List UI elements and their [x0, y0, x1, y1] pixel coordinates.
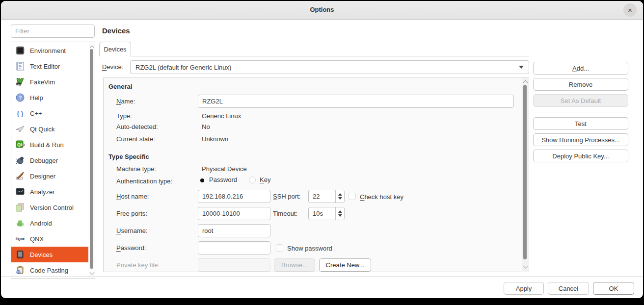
- chevron-down-icon: [519, 66, 524, 69]
- auto-detected-label: Auto-detected:: [116, 123, 158, 131]
- version-control-icon: [15, 203, 25, 212]
- cancel-button[interactable]: Cancel: [548, 282, 589, 295]
- sidebar-item-label: Analyzer: [30, 188, 55, 196]
- authentication-options: Password Key: [198, 176, 270, 183]
- general-heading: General: [108, 83, 132, 90]
- device-label: Device:: [102, 63, 123, 71]
- key-radio-label: Key: [260, 176, 270, 183]
- scroll-down-icon[interactable]: [523, 264, 528, 269]
- sidebar-item-label: C++: [30, 110, 42, 117]
- device-action-buttons: Add...RemoveSet As DefaultTestShow Runni…: [533, 62, 628, 162]
- private-key-file-input: [198, 258, 270, 272]
- password-radio-label: Password: [209, 176, 237, 183]
- spin-down-icon[interactable]: [338, 197, 342, 200]
- sidebar-item-qt-quick[interactable]: Qt Quick: [11, 121, 88, 137]
- sidebar-item-debugger[interactable]: Debugger: [11, 152, 88, 168]
- sidebar-item-analyzer[interactable]: Analyzer: [11, 184, 88, 200]
- panel-scrollbar[interactable]: [522, 78, 528, 271]
- device-combobox-value: RZG2L (default for Generic Linux): [135, 64, 231, 71]
- free-ports-input[interactable]: [198, 207, 270, 220]
- qnx-icon: ®QNX: [15, 234, 25, 244]
- device-combobox[interactable]: RZG2L (default for Generic Linux): [130, 60, 529, 74]
- sidebar-item-build-run[interactable]: QtBuild & Run: [11, 137, 88, 152]
- button-group-separator: [533, 112, 628, 112]
- panel-scrollbar-thumb[interactable]: [523, 85, 527, 259]
- ssh-port-label: SSH port:: [273, 193, 300, 201]
- sidebar-item-label: FakeVim: [30, 78, 55, 86]
- name-input[interactable]: [198, 95, 514, 108]
- show-password-checkbox[interactable]: [276, 244, 283, 252]
- close-icon: ×: [628, 6, 632, 14]
- ssh-port-spinbox[interactable]: 22: [308, 190, 345, 203]
- settings-category-list: EnvironmentText EditorFakeFakeVim?Help{ …: [11, 42, 95, 279]
- sidebar-item-fakevim[interactable]: FakeFakeVim: [11, 74, 88, 90]
- browse-button: Browse...: [274, 258, 315, 272]
- type-value: Generic Linux: [202, 112, 241, 120]
- check-host-key-checkbox[interactable]: [349, 193, 356, 200]
- scroll-down-icon[interactable]: [89, 270, 94, 275]
- options-dialog: Options × EnvironmentText EditorFakeFake…: [1, 1, 643, 298]
- svg-text:?: ?: [19, 95, 22, 101]
- sidebar-item-label: Designer: [30, 173, 55, 180]
- sidebar-item-designer[interactable]: Designer: [11, 168, 88, 184]
- tab-strip-line: [99, 56, 529, 56]
- sidebar-scrollbar-thumb[interactable]: [90, 49, 93, 269]
- sidebar-item-text-editor[interactable]: Text Editor: [11, 58, 88, 74]
- authentication-type-label: Authentication type:: [116, 178, 172, 185]
- host-name-label: Host name:: [116, 193, 149, 201]
- sidebar-scrollbar[interactable]: [88, 42, 95, 279]
- tab-devices[interactable]: Devices: [99, 42, 131, 56]
- create-new-button[interactable]: Create New...: [319, 258, 371, 272]
- designer-icon: [15, 171, 25, 181]
- machine-type-label: Machine type:: [116, 165, 156, 173]
- sidebar-item-label: Help: [30, 94, 43, 102]
- password-input[interactable]: [198, 241, 270, 254]
- show-running-processes-button[interactable]: Show Running Processes...: [533, 133, 628, 146]
- cpp-icon: { }: [15, 108, 25, 118]
- auto-detected-value: No: [202, 123, 210, 131]
- sidebar-item-environment[interactable]: Environment: [11, 43, 88, 58]
- host-name-input[interactable]: [198, 190, 270, 203]
- filter-input[interactable]: [11, 25, 95, 38]
- sidebar-item-qnx[interactable]: ®QNXQNX: [11, 231, 88, 247]
- show-password-label: Show password: [287, 245, 332, 253]
- titlebar: Options ×: [1, 1, 643, 20]
- spin-down-icon[interactable]: [338, 214, 342, 217]
- sidebar-item-c[interactable]: { }C++: [11, 105, 88, 121]
- check-host-key-label: Check host key: [360, 193, 403, 201]
- name-label: Name:: [116, 98, 135, 105]
- current-state-value: Unknown: [202, 135, 228, 143]
- machine-type-value: Physical Device: [202, 165, 247, 173]
- spin-up-icon[interactable]: [338, 193, 342, 196]
- password-radio[interactable]: [198, 177, 205, 183]
- remove-button[interactable]: Remove: [533, 78, 628, 91]
- sidebar-item-help[interactable]: ?Help: [11, 90, 88, 105]
- footer-separator: [1, 276, 643, 277]
- sidebar-item-version-control[interactable]: Version Control: [11, 200, 88, 215]
- spin-up-icon[interactable]: [338, 210, 342, 213]
- type-label: Type:: [116, 112, 132, 120]
- sidebar-item-label: Text Editor: [30, 63, 60, 70]
- private-key-file-label: Private key file:: [116, 261, 160, 269]
- ok-button[interactable]: OK: [593, 282, 634, 295]
- ssh-port-spin-buttons[interactable]: [335, 190, 344, 203]
- sidebar-item-label: Version Control: [30, 204, 74, 211]
- username-label: Username:: [116, 227, 148, 235]
- key-radio[interactable]: [249, 177, 256, 183]
- timeout-spin-buttons[interactable]: [335, 207, 344, 220]
- timeout-value: 10s: [309, 207, 335, 220]
- add-button[interactable]: Add...: [533, 62, 628, 75]
- test-button[interactable]: Test: [533, 117, 628, 130]
- timeout-spinbox[interactable]: 10s: [308, 207, 345, 220]
- sidebar-item-devices[interactable]: Devices: [11, 247, 88, 262]
- deploy-public-key-button[interactable]: Deploy Public Key...: [533, 150, 628, 162]
- scroll-up-icon[interactable]: [523, 80, 528, 85]
- username-input[interactable]: [198, 224, 270, 237]
- page-title: Devices: [102, 26, 130, 35]
- apply-button[interactable]: Apply: [504, 282, 544, 295]
- sidebar-item-android[interactable]: Android: [11, 215, 88, 231]
- close-button[interactable]: ×: [623, 3, 637, 17]
- tab-label: Devices: [104, 46, 126, 53]
- fakevim-icon: Fake: [15, 77, 25, 87]
- help-icon: ?: [15, 93, 25, 102]
